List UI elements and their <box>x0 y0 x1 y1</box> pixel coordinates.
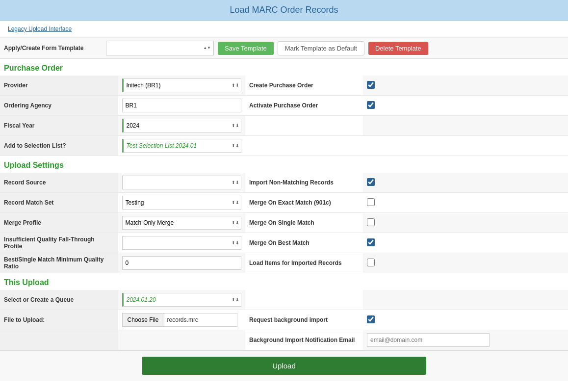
this-upload-section-header: This Upload <box>0 273 568 290</box>
empty-value-1 <box>363 116 568 136</box>
empty-queue-right-value <box>363 290 568 310</box>
min-quality-ratio-label: Best/Single Match Minimum Quality Ratio <box>0 253 118 273</box>
bg-email-label: Background Import Notification Email <box>245 330 363 350</box>
table-row: Fiscal Year 2024 <box>0 116 568 136</box>
merge-exact-match-value <box>363 193 568 213</box>
page-title: Load MARC Order Records <box>0 0 568 21</box>
min-quality-ratio-value <box>118 253 245 273</box>
selection-list-label: Add to Selection List? <box>0 136 118 156</box>
upload-settings-section-header: Upload Settings <box>0 156 568 173</box>
fiscal-year-select-wrapper: 2024 <box>122 119 242 132</box>
bg-import-checkbox[interactable] <box>367 315 375 323</box>
delete-template-button[interactable]: Delete Template <box>368 42 428 55</box>
merge-profile-select[interactable]: Match-Only Merge <box>122 216 242 230</box>
selection-list-select-wrapper: Test Selection List 2024.01 <box>122 139 242 153</box>
mark-default-button[interactable]: Mark Template as Default <box>278 41 364 55</box>
table-row: Record Source Import Non-Matching Record… <box>0 173 568 193</box>
merge-best-match-value <box>363 233 568 253</box>
template-select[interactable] <box>106 41 214 55</box>
record-match-set-label: Record Match Set <box>0 193 118 213</box>
import-nonmatching-label: Import Non-Matching Records <box>245 173 363 193</box>
queue-label: Select or Create a Queue <box>0 290 118 310</box>
record-source-value <box>118 173 245 193</box>
record-match-set-select[interactable]: Testing <box>122 196 242 209</box>
create-po-checkbox[interactable] <box>367 81 375 89</box>
create-po-label: Create Purchase Order <box>245 76 363 96</box>
record-match-set-value: Testing <box>118 193 245 213</box>
merge-single-match-checkbox[interactable] <box>367 218 375 226</box>
file-upload-area: Choose File records.mrc <box>122 313 242 327</box>
table-row: Select or Create a Queue 2024.01.20 <box>0 290 568 310</box>
insufficient-quality-select-wrapper <box>122 236 242 250</box>
fiscal-year-label: Fiscal Year <box>0 116 118 136</box>
table-row: Add to Selection List? Test Selection Li… <box>0 136 568 156</box>
import-nonmatching-value <box>363 173 568 193</box>
queue-select[interactable]: 2024.01.20 <box>122 293 242 307</box>
table-row: File to Upload: Choose File records.mrc … <box>0 310 568 330</box>
file-name-display: records.mrc <box>164 313 237 327</box>
queue-select-wrapper: 2024.01.20 <box>122 293 242 307</box>
table-row: Background Import Notification Email <box>0 330 568 350</box>
file-upload-label: File to Upload: <box>0 310 118 330</box>
empty-email-left-value <box>118 330 245 350</box>
upload-settings-table: Record Source Import Non-Matching Record… <box>0 173 568 273</box>
insufficient-quality-label: Insufficient Quality Fall-Through Profil… <box>0 233 118 253</box>
upload-button-row: Upload <box>0 350 568 381</box>
insufficient-quality-value <box>118 233 245 253</box>
template-label: Apply/Create Form Template <box>4 45 102 52</box>
ordering-agency-value <box>118 96 245 116</box>
purchase-order-section-header: Purchase Order <box>0 59 568 76</box>
record-source-select[interactable] <box>122 176 242 189</box>
ordering-agency-input[interactable] <box>122 99 242 112</box>
fiscal-year-select[interactable]: 2024 <box>122 119 242 132</box>
merge-exact-match-checkbox[interactable] <box>367 198 375 206</box>
table-row: Best/Single Match Minimum Quality Ratio … <box>0 253 568 273</box>
file-upload-value: Choose File records.mrc <box>118 310 245 330</box>
provider-value: Initech (BR1) <box>118 76 245 96</box>
table-row: Insufficient Quality Fall-Through Profil… <box>0 233 568 253</box>
bg-email-input[interactable] <box>367 333 490 347</box>
load-items-label: Load Items for Imported Records <box>245 253 363 273</box>
choose-file-button[interactable]: Choose File <box>122 313 164 327</box>
fiscal-year-value: 2024 <box>118 116 245 136</box>
legacy-upload-link[interactable]: Legacy Upload Interface <box>4 23 76 35</box>
table-row: Provider Initech (BR1) Create Purchase O… <box>0 76 568 96</box>
provider-label: Provider <box>0 76 118 96</box>
activate-po-checkbox[interactable] <box>367 101 375 109</box>
merge-single-match-value <box>363 213 568 233</box>
this-upload-table: Select or Create a Queue 2024.01.20 File… <box>0 290 568 350</box>
empty-email-left-label <box>0 330 118 350</box>
empty-queue-right-label <box>245 290 363 310</box>
provider-select[interactable]: Initech (BR1) <box>122 78 242 92</box>
load-items-value <box>363 253 568 273</box>
selection-list-value: Test Selection List 2024.01 <box>118 136 245 156</box>
template-toolbar: Apply/Create Form Template Save Template… <box>0 38 568 59</box>
activate-po-label: Activate Purchase Order <box>245 96 363 116</box>
insufficient-quality-select[interactable] <box>122 236 242 250</box>
create-po-value <box>363 76 568 96</box>
record-source-label: Record Source <box>0 173 118 193</box>
merge-best-match-checkbox[interactable] <box>367 238 375 246</box>
activate-po-value <box>363 96 568 116</box>
table-row: Record Match Set Testing Merge On Exact … <box>0 193 568 213</box>
merge-exact-match-label: Merge On Exact Match (901c) <box>245 193 363 213</box>
table-row: Merge Profile Match-Only Merge Merge On … <box>0 213 568 233</box>
record-source-select-wrapper <box>122 176 242 189</box>
merge-single-match-label: Merge On Single Match <box>245 213 363 233</box>
ordering-agency-label: Ordering Agency <box>0 96 118 116</box>
min-quality-ratio-input[interactable] <box>122 256 242 270</box>
selection-list-select[interactable]: Test Selection List 2024.01 <box>122 139 242 153</box>
empty-label-2 <box>245 136 363 156</box>
bg-email-value <box>363 330 568 350</box>
load-items-checkbox[interactable] <box>367 259 375 266</box>
bg-import-label: Request background import <box>245 310 363 330</box>
merge-profile-value: Match-Only Merge <box>118 213 245 233</box>
table-row: Ordering Agency Activate Purchase Order <box>0 96 568 116</box>
purchase-order-table: Provider Initech (BR1) Create Purchase O… <box>0 76 568 156</box>
import-nonmatching-checkbox[interactable] <box>367 178 375 186</box>
record-match-set-select-wrapper: Testing <box>122 196 242 209</box>
merge-profile-label: Merge Profile <box>0 213 118 233</box>
save-template-button[interactable]: Save Template <box>218 42 274 55</box>
bg-import-value <box>363 310 568 330</box>
upload-button[interactable]: Upload <box>142 357 426 375</box>
